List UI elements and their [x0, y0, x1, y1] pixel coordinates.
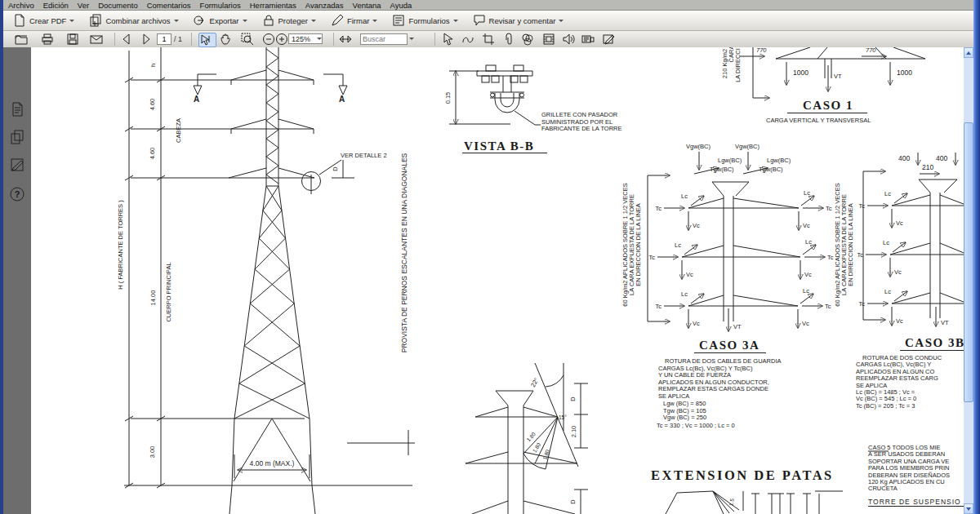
chevron-down-icon[interactable] [409, 38, 414, 40]
load-label-vc: Vc [896, 219, 903, 227]
load-770-right: 770 [866, 47, 876, 54]
load-label-tc: Tc [826, 205, 832, 212]
file-toolbar: / 1 125% [3, 31, 973, 48]
menu-ventana[interactable]: Ventana [353, 1, 381, 10]
print-icon[interactable] [41, 33, 54, 46]
grillete-note-3: FABRICANTE DE LA TORRE [541, 125, 622, 132]
sound-icon[interactable] [562, 33, 575, 46]
zoom-out-icon[interactable] [262, 33, 275, 46]
create-pdf-button[interactable]: Crear PDF [10, 12, 78, 29]
menu-ayuda[interactable]: Ayuda [390, 1, 412, 10]
signatures-icon[interactable] [9, 157, 25, 173]
search-input[interactable] [360, 33, 408, 45]
caso1-subtitle: CARGA VERTICAL Y TRANSVERSAL [766, 117, 871, 124]
attach-icon[interactable] [502, 33, 515, 46]
loupe-tool-icon[interactable] [461, 33, 474, 46]
extension-patas-title: EXTENSION DE PATAS [651, 467, 834, 483]
select-tool-button[interactable] [198, 33, 216, 47]
caso3b-210: 210 [922, 163, 933, 171]
chevron-down-icon [174, 20, 179, 22]
section-label-a-right: A [339, 95, 345, 104]
page-next-icon[interactable] [140, 33, 153, 46]
chevron-down-icon [372, 20, 377, 22]
section-label-a-left: A [194, 95, 199, 104]
navigation-panel: ? [3, 47, 31, 514]
select-object-icon[interactable] [441, 33, 454, 46]
label-h-fabricante: H ( FABRICANTE DE TORRES ) [117, 200, 124, 290]
task-toolbar: Crear PDF Combinar archivos Exportar Pro… [3, 11, 973, 31]
multimedia-icon[interactable] [521, 33, 534, 46]
menu-edicion[interactable]: Edición [43, 1, 69, 10]
load-label-vc: Vc [894, 268, 902, 276]
caso5-line-6: CRUCETA [868, 485, 898, 492]
layers-icon[interactable] [9, 129, 25, 145]
triangle-up-icon [966, 51, 971, 55]
load-label-vc: Vc [802, 320, 809, 327]
caso3b-desc-7: Tc (BC) = 205 ; Tc = 3 [856, 402, 915, 410]
email-icon[interactable] [90, 33, 103, 46]
zoom-level-select[interactable]: 125% [288, 33, 323, 44]
vista-bb-detail: 0.15 GRILLETE CON PASADOR SUMINISTRADO P… [444, 65, 622, 153]
load-label-vc: Vc [693, 222, 700, 229]
export-label: Exportar [210, 16, 239, 25]
zoom-in-icon[interactable] [275, 33, 288, 46]
load-1000-left: 1000 [793, 69, 808, 77]
menu-ver[interactable]: Ver [78, 1, 89, 10]
movie-icon[interactable] [542, 33, 555, 46]
fit-width-icon[interactable] [339, 33, 352, 46]
chevron-down-icon [559, 20, 564, 22]
export-button[interactable]: Exportar [190, 12, 251, 29]
load-label-vc: Vc [693, 320, 700, 327]
menu-herramientas[interactable]: Herramientas [250, 1, 296, 10]
scroll-down-button[interactable] [964, 503, 973, 514]
page-number-input[interactable] [157, 33, 172, 45]
forms-label: Formularios [408, 16, 449, 25]
combine-files-button[interactable]: Combinar archivos [86, 12, 181, 29]
create-pdf-label: Crear PDF [29, 16, 66, 25]
load-770-left: 770 [756, 47, 767, 54]
menu-documento[interactable]: Documento [98, 1, 138, 10]
acrobat-window: Archivo Edición Ver Documento Comentario… [0, 0, 980, 514]
swing-dim-d2: D [569, 499, 577, 504]
forms-button[interactable]: Formularios [389, 12, 461, 29]
menu-formularios[interactable]: Formularios [200, 1, 241, 10]
triangle-down-icon [966, 507, 971, 511]
scroll-up-button[interactable] [964, 47, 973, 58]
dim-300: 3.00 [149, 446, 156, 459]
open-file-icon[interactable] [15, 33, 28, 46]
page-total-label: / 1 [174, 35, 182, 43]
help-icon[interactable]: ? [9, 186, 25, 202]
load-arrow [801, 196, 814, 206]
scrollbar-thumb[interactable] [964, 122, 973, 402]
sign-button[interactable]: Firmar [327, 12, 381, 29]
protect-button[interactable]: Proteger [259, 12, 319, 29]
text-edits-icon[interactable] [581, 33, 595, 46]
label-cuerpo-principal: CUERPO PRINCIPAL [165, 262, 172, 321]
load-label-lc: Lc [883, 239, 889, 246]
load-label-tc: Tc [859, 300, 866, 308]
chevron-down-icon [317, 38, 322, 40]
review-comment-button[interactable]: Revisar y comentar [470, 12, 568, 29]
menu-comentarios[interactable]: Comentarios [147, 1, 191, 10]
label-cabeza: CABEZA [175, 118, 182, 143]
review-comment-label: Revisar y comentar [489, 16, 556, 25]
save-icon[interactable] [66, 33, 79, 46]
marquee-zoom-icon[interactable] [241, 33, 254, 46]
hand-tool-icon[interactable] [220, 33, 233, 46]
menu-avanzadas[interactable]: Avanzadas [305, 1, 344, 10]
export-icon [194, 14, 207, 27]
caso3b-400-right: 400 [936, 154, 947, 162]
document-page[interactable]: h 4.60 4.60 14.00 3.00 CABEZA CUERPO PRI… [31, 47, 964, 514]
load-1000-right: 1000 [897, 69, 912, 77]
page-thumbnails-icon[interactable] [9, 101, 25, 117]
create-pdf-icon [13, 14, 26, 27]
page-prev-icon[interactable] [120, 33, 133, 46]
load-label-tc: Tc [649, 254, 656, 261]
form-edit-icon[interactable] [603, 33, 616, 46]
caso3b-vt: VT [941, 319, 949, 326]
crop-icon[interactable] [482, 33, 495, 46]
menu-archivo[interactable]: Archivo [8, 1, 34, 10]
speech-bubble-icon [473, 14, 486, 27]
vertical-scrollbar[interactable] [964, 47, 973, 514]
swing-angle-22: 22° [529, 377, 540, 388]
